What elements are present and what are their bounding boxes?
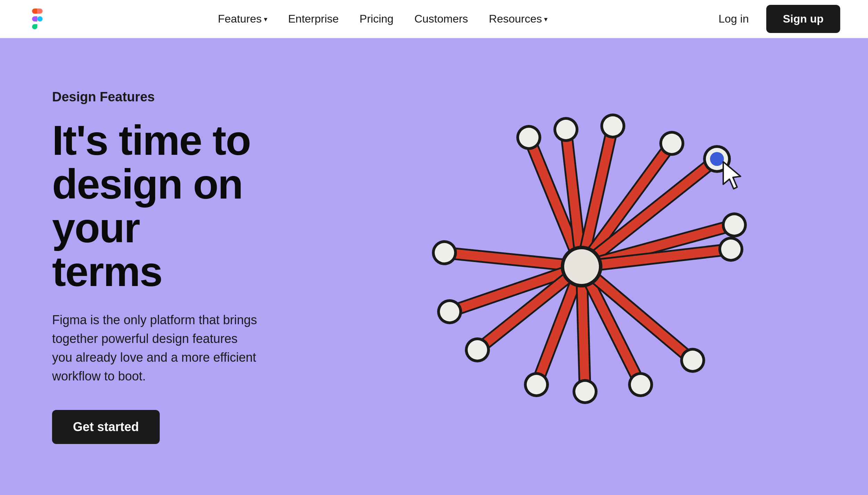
hero-section-label: Design Features: [52, 90, 260, 104]
svg-point-56: [683, 351, 702, 370]
hero-section: Design Features It's time to design on y…: [0, 38, 868, 495]
svg-point-54: [631, 375, 650, 394]
svg-point-31: [556, 120, 576, 139]
hero-illustration: [312, 38, 868, 495]
svg-point-42: [721, 240, 741, 259]
resources-dropdown-icon: ▾: [544, 15, 548, 23]
hero-title: It's time to design on your terms: [52, 118, 260, 293]
svg-point-52: [575, 382, 595, 401]
nav-pricing[interactable]: Pricing: [360, 12, 394, 25]
navbar-actions: Log in Sign up: [719, 5, 841, 33]
logo[interactable]: [28, 6, 47, 32]
svg-point-46: [440, 302, 459, 321]
svg-marker-59: [723, 162, 741, 189]
nav-links: Features ▾ Enterprise Pricing Customers …: [218, 12, 548, 25]
figma-logo-icon: [28, 6, 47, 32]
svg-point-40: [725, 215, 744, 235]
svg-point-50: [527, 375, 546, 394]
nav-enterprise[interactable]: Enterprise: [288, 12, 339, 25]
navbar: Features ▾ Enterprise Pricing Customers …: [0, 0, 868, 38]
svg-point-38: [710, 152, 724, 166]
cursor-icon: [723, 162, 741, 189]
get-started-button[interactable]: Get started: [52, 410, 160, 444]
features-dropdown-icon: ▾: [264, 15, 267, 23]
svg-point-58: [564, 249, 599, 284]
hero-description: Figma is the only platform that brings t…: [52, 311, 260, 386]
svg-point-48: [468, 340, 487, 360]
nav-customers[interactable]: Customers: [414, 12, 468, 25]
starburst-graphic: [391, 76, 773, 458]
nav-features[interactable]: Features ▾: [218, 12, 267, 25]
svg-point-33: [603, 116, 623, 136]
login-button[interactable]: Log in: [719, 12, 749, 25]
svg-point-29: [519, 128, 539, 147]
svg-point-35: [662, 134, 682, 153]
signup-button[interactable]: Sign up: [766, 5, 840, 33]
svg-point-44: [435, 243, 454, 262]
hero-content: Design Features It's time to design on y…: [0, 55, 312, 479]
nav-resources[interactable]: Resources ▾: [489, 12, 548, 25]
